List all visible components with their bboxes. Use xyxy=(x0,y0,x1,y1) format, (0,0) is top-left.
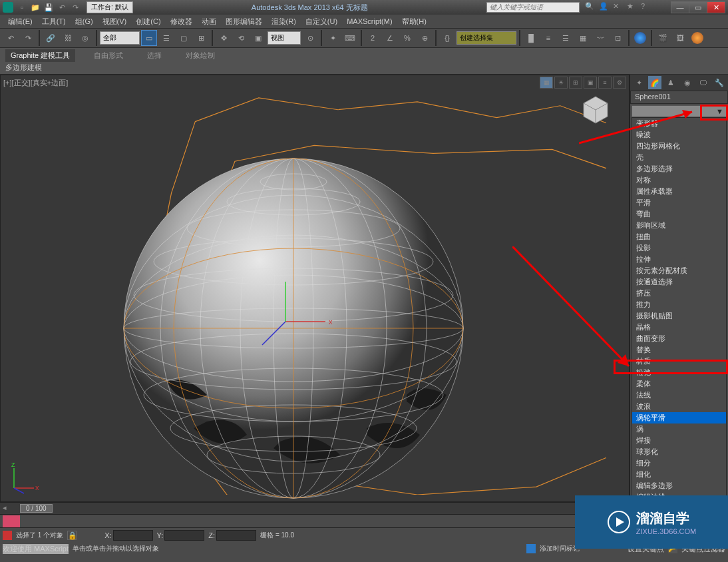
modifier-item[interactable]: 四边形网格化 xyxy=(632,140,726,152)
modifier-item[interactable]: 柔体 xyxy=(632,378,726,390)
named-selset-button[interactable]: {} xyxy=(439,30,455,46)
modifier-item[interactable]: 细分 xyxy=(632,457,726,469)
menu-animation[interactable]: 动画 xyxy=(198,15,220,28)
qat-undo-icon[interactable]: ↶ xyxy=(56,2,68,13)
modifier-item[interactable]: 按通道选择 xyxy=(632,276,726,288)
object-name-field[interactable]: Sphere001 xyxy=(630,91,728,104)
spinner-snap-button[interactable]: ⊕ xyxy=(417,30,433,46)
modifier-item[interactable]: 对称 xyxy=(632,174,726,186)
lock-icon[interactable] xyxy=(3,531,12,540)
ribbon-toggle-button[interactable]: ▦ xyxy=(575,30,591,46)
menu-views[interactable]: 视图(V) xyxy=(98,15,131,28)
material-editor-button[interactable] xyxy=(632,30,648,46)
help-icon[interactable]: ? xyxy=(641,2,653,13)
modifier-item[interactable]: 扭曲 xyxy=(632,231,726,242)
modifier-item[interactable]: 壳 xyxy=(632,152,726,163)
link-button[interactable]: 🔗 xyxy=(43,30,59,46)
menu-create[interactable]: 创建(C) xyxy=(132,15,164,28)
hierarchy-tab-icon[interactable]: ♟ xyxy=(664,76,677,89)
z-input[interactable] xyxy=(216,530,256,541)
modifier-item[interactable]: 松弛 xyxy=(632,367,726,378)
modifier-item[interactable]: 波浪 xyxy=(632,401,726,412)
infocenter-icon[interactable]: 🔍 xyxy=(585,2,597,13)
qat-redo-icon[interactable]: ↷ xyxy=(69,2,81,13)
qat-open-icon[interactable]: 📁 xyxy=(29,2,41,13)
modifier-item[interactable]: 球形化 xyxy=(632,446,726,457)
menu-maxscript[interactable]: MAXScript(M) xyxy=(343,16,396,27)
window-crossing-button[interactable]: ⊞ xyxy=(193,30,209,46)
qat-save-icon[interactable]: 💾 xyxy=(43,2,55,13)
modifier-item[interactable]: 按元素分配材质 xyxy=(632,265,726,276)
menu-help[interactable]: 帮助(H) xyxy=(398,15,431,28)
search-input[interactable] xyxy=(487,3,579,11)
modifier-dropdown[interactable]: ▼ xyxy=(632,105,727,117)
vp-grid-button[interactable]: ⊞ xyxy=(569,77,582,89)
render-frame-button[interactable]: 🖼 xyxy=(672,30,688,46)
named-selset-dropdown[interactable]: 创建选择集 xyxy=(456,31,516,45)
search-box[interactable] xyxy=(486,2,580,13)
modifier-item[interactable]: 晶格 xyxy=(632,322,726,333)
schematic-button[interactable]: ⊡ xyxy=(610,30,626,46)
modifier-item[interactable]: 编辑多边形 xyxy=(632,480,726,491)
ribbon-tab-selection[interactable]: 选择 xyxy=(142,49,167,62)
viewport[interactable]: [+][正交][真实+边面] xyxy=(0,75,630,502)
maximize-button[interactable]: ▭ xyxy=(689,1,707,13)
select-name-button[interactable]: ☰ xyxy=(158,30,174,46)
modifier-item[interactable]: 法线 xyxy=(632,390,726,401)
ribbon-subtab[interactable]: 多边形建模 xyxy=(5,63,42,71)
align-button[interactable]: ≡ xyxy=(540,30,556,46)
create-tab-icon[interactable]: ✦ xyxy=(632,76,645,89)
modifier-item[interactable]: 投影 xyxy=(632,242,726,254)
scale-button[interactable]: ▣ xyxy=(250,30,266,46)
manipulate-button[interactable]: ✦ xyxy=(325,30,341,46)
display-tab-icon[interactable]: 🖵 xyxy=(697,76,710,89)
minimize-button[interactable]: — xyxy=(671,1,689,13)
menu-rendering[interactable]: 渲染(R) xyxy=(268,15,300,28)
viewcube[interactable] xyxy=(576,89,616,129)
modifier-item[interactable]: 推力 xyxy=(632,299,726,310)
modifier-item[interactable]: 替换 xyxy=(632,344,726,356)
modifier-item[interactable]: 拉伸 xyxy=(632,254,726,265)
redo-button[interactable]: ↷ xyxy=(20,30,36,46)
vp-safe-button[interactable]: ▣ xyxy=(584,77,597,89)
addtime-label[interactable]: 添加时间标记 xyxy=(540,544,580,553)
app-icon[interactable] xyxy=(3,2,13,13)
vp-shade-button[interactable]: ▦ xyxy=(540,77,553,89)
modifier-item[interactable]: 属性承载器 xyxy=(632,186,726,197)
modifier-item[interactable]: 影响区域 xyxy=(632,220,726,231)
modifier-item[interactable]: 焊接 xyxy=(632,435,726,446)
move-button[interactable]: ✥ xyxy=(216,30,232,46)
selection-filter[interactable]: 全部 xyxy=(100,31,140,45)
time-tag-icon[interactable] xyxy=(526,544,536,553)
vp-light-button[interactable]: ☀ xyxy=(554,77,568,89)
modifier-item[interactable]: 变形器 xyxy=(632,118,726,129)
snap-angle-button[interactable]: ∠ xyxy=(382,30,398,46)
motion-tab-icon[interactable]: ◉ xyxy=(681,76,694,89)
menu-graph[interactable]: 图形编辑器 xyxy=(222,15,266,28)
menu-customize[interactable]: 自定义(U) xyxy=(301,15,341,28)
undo-button[interactable]: ↶ xyxy=(3,30,19,46)
render-button[interactable] xyxy=(689,30,705,46)
exchange-icon[interactable]: ✕ xyxy=(613,2,625,13)
menu-edit[interactable]: 编辑(E) xyxy=(4,15,37,28)
render-setup-button[interactable]: 🎬 xyxy=(655,30,671,46)
signin-icon[interactable]: 👤 xyxy=(599,2,611,13)
close-button[interactable]: ✕ xyxy=(707,1,725,13)
isolate-button[interactable]: 🔒 xyxy=(67,531,77,540)
frame-indicator[interactable]: 0 / 100 xyxy=(20,504,53,513)
modifier-item[interactable]: 多边形选择 xyxy=(632,163,726,174)
vp-stats-button[interactable]: ≡ xyxy=(598,77,612,89)
ribbon-tab-graphite[interactable]: Graphite 建模工具 xyxy=(5,49,75,62)
modifier-item[interactable]: 弯曲 xyxy=(632,208,726,220)
ref-coord-dropdown[interactable]: 视图 xyxy=(268,31,301,45)
pivot-button[interactable]: ⊙ xyxy=(302,30,318,46)
select-region-button[interactable]: ▢ xyxy=(176,30,192,46)
sphere-object[interactable]: x xyxy=(114,148,473,508)
bind-button[interactable]: ◎ xyxy=(77,30,93,46)
favorites-icon[interactable]: ★ xyxy=(627,2,639,13)
qat-new-icon[interactable]: ▫ xyxy=(16,2,28,13)
track-key[interactable] xyxy=(3,515,20,527)
menu-group[interactable]: 组(G) xyxy=(71,15,97,28)
modifier-item[interactable]: 材质 xyxy=(632,356,726,367)
viewport-label[interactable]: [+][正交][真实+边面] xyxy=(3,78,68,88)
